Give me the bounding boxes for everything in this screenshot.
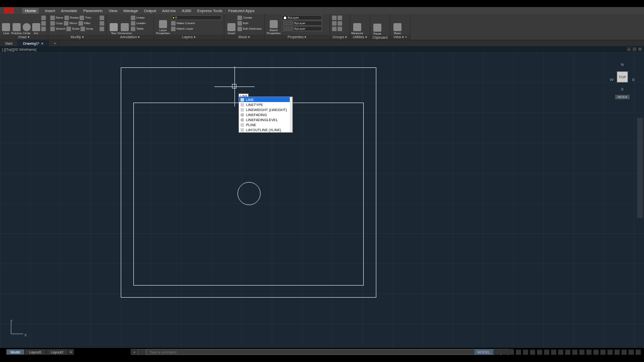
menu-tab-express[interactable]: Express Tools bbox=[197, 9, 222, 13]
panel-title-properties[interactable]: Properties ▾ bbox=[265, 35, 330, 40]
extra2-icon[interactable] bbox=[338, 16, 342, 20]
panel-title-draw[interactable]: Draw ▾ bbox=[0, 35, 48, 40]
status-grid-icon[interactable] bbox=[495, 349, 500, 355]
layer-selector[interactable]: ● 0 bbox=[171, 15, 221, 20]
scale-icon[interactable] bbox=[66, 27, 71, 31]
tool-measure[interactable]: Measure bbox=[352, 15, 362, 35]
status-transparency-icon[interactable] bbox=[551, 349, 556, 355]
menu-tab-parametric[interactable]: Parametric bbox=[83, 9, 103, 13]
status-osnap-icon[interactable] bbox=[523, 349, 528, 355]
viewport-min-icon[interactable]: – bbox=[627, 47, 631, 51]
fillet-icon[interactable] bbox=[78, 21, 83, 26]
erase-icon[interactable] bbox=[100, 16, 104, 20]
status-units-icon[interactable] bbox=[586, 349, 592, 355]
status-lwt-icon[interactable] bbox=[544, 349, 549, 355]
layout-tab-layout2[interactable]: Layout2 bbox=[46, 349, 68, 355]
extra1-icon[interactable] bbox=[332, 16, 337, 20]
extra4-icon[interactable] bbox=[338, 21, 342, 26]
menu-tab-insert[interactable]: Insert bbox=[45, 9, 55, 13]
create-icon[interactable] bbox=[237, 16, 242, 20]
autocomplete-item[interactable]: LINEFADINGLEVEL bbox=[239, 117, 292, 122]
status-customize-icon[interactable] bbox=[635, 349, 641, 355]
status-annomonitor-icon[interactable] bbox=[579, 349, 585, 355]
menu-tab-annotate[interactable]: Annotate bbox=[61, 9, 77, 13]
autocomplete-item[interactable]: LAYOUTLINE (XLINE) bbox=[239, 127, 292, 132]
autocomplete-item[interactable]: PLINE bbox=[239, 122, 292, 127]
panel-title-modify[interactable]: Modify ▾ bbox=[48, 35, 106, 40]
stretch-icon[interactable] bbox=[50, 27, 55, 31]
layout-tab-add[interactable]: + bbox=[68, 349, 74, 355]
file-tab-new[interactable]: + bbox=[49, 40, 59, 46]
tool-insert[interactable]: Insert bbox=[226, 15, 236, 35]
explode-icon[interactable] bbox=[100, 21, 104, 26]
leader-icon[interactable] bbox=[131, 21, 135, 26]
status-snap-icon[interactable] bbox=[502, 349, 507, 355]
autocomplete-scrollbar[interactable] bbox=[290, 97, 292, 132]
tool-line[interactable]: Line bbox=[2, 15, 11, 35]
viewport-restore-icon[interactable]: □ bbox=[632, 47, 636, 51]
cmdline-close-icon[interactable]: × bbox=[131, 349, 138, 355]
autocomplete-item[interactable]: LINETYPE bbox=[239, 102, 292, 107]
move-icon[interactable] bbox=[50, 16, 55, 20]
trim-icon[interactable] bbox=[79, 16, 84, 20]
status-ortho-icon[interactable] bbox=[509, 349, 514, 355]
tool-paste[interactable]: Paste bbox=[372, 15, 382, 35]
status-lock-icon[interactable] bbox=[600, 349, 606, 355]
tool-circle[interactable]: Circle bbox=[23, 15, 31, 35]
panel-title-layers[interactable]: Layers ▾ bbox=[154, 35, 224, 40]
viewport[interactable]: [-][Top][2D Wireframe] – □ × LINE LINETY… bbox=[0, 46, 644, 348]
rect-icon[interactable] bbox=[41, 16, 46, 20]
tool-layerprops[interactable]: Layer Properties bbox=[156, 15, 170, 35]
ellipse-icon[interactable] bbox=[41, 21, 46, 26]
status-isolate-icon[interactable] bbox=[621, 349, 627, 355]
extra3-icon[interactable] bbox=[332, 21, 337, 26]
view-cube[interactable]: N S E W TOP WCS ▾ bbox=[610, 62, 635, 98]
makecurrent-icon[interactable] bbox=[171, 21, 176, 26]
menu-tab-view[interactable]: View bbox=[109, 9, 117, 13]
file-tab-start[interactable]: Start bbox=[0, 40, 18, 46]
panel-title-annotation[interactable]: Annotation ▾ bbox=[107, 35, 153, 40]
panel-title-utilities[interactable]: Utilities ▾ bbox=[350, 35, 370, 40]
panel-title-groups[interactable]: Groups ▾ bbox=[330, 35, 350, 40]
status-polar-icon[interactable] bbox=[516, 349, 521, 355]
menu-tab-output[interactable]: Output bbox=[144, 9, 156, 13]
layout-tab-layout1[interactable]: Layout1 bbox=[25, 349, 46, 355]
menu-tab-a360[interactable]: A360 bbox=[182, 9, 191, 13]
view-cube-wcs[interactable]: WCS ▾ bbox=[615, 95, 630, 100]
status-cycling-icon[interactable] bbox=[558, 349, 564, 355]
autocomplete-item[interactable]: LINEWEIGHT (LWEIGHT) bbox=[239, 107, 292, 112]
panel-title-block[interactable]: Block ▾ bbox=[224, 35, 264, 40]
matchlayer-icon[interactable] bbox=[171, 27, 176, 31]
editblock-icon[interactable] bbox=[237, 21, 242, 26]
mirror-icon[interactable] bbox=[64, 21, 68, 26]
table-icon[interactable] bbox=[131, 27, 135, 31]
cmdline-prompt-icon[interactable] bbox=[138, 349, 146, 355]
linetype-selector[interactable]: ByLayer bbox=[282, 26, 322, 31]
status-otrack-icon[interactable] bbox=[537, 349, 542, 355]
status-3dosnap-icon[interactable] bbox=[530, 349, 535, 355]
editattr-icon[interactable] bbox=[237, 27, 242, 31]
tool-dimension[interactable]: Dimension bbox=[120, 15, 130, 35]
status-quickprops-icon[interactable] bbox=[593, 349, 599, 355]
status-cleanscreen-icon[interactable] bbox=[628, 349, 634, 355]
panel-title-view[interactable]: View ▾ » bbox=[390, 35, 410, 40]
layout-tab-model[interactable]: Model bbox=[6, 349, 25, 355]
view-cube-face[interactable]: TOP bbox=[617, 71, 628, 82]
tool-polyline[interactable]: Polyline bbox=[12, 15, 22, 35]
tool-base[interactable]: Base bbox=[392, 15, 403, 35]
navigation-bar[interactable] bbox=[637, 118, 643, 218]
menu-tab-home[interactable]: Home bbox=[22, 8, 39, 14]
menu-tab-addins[interactable]: Add-ins bbox=[162, 9, 176, 13]
file-tab-drawing1[interactable]: Drawing1* × bbox=[18, 40, 49, 46]
tool-arc[interactable]: Arc bbox=[32, 15, 40, 35]
lineweight-selector[interactable]: ByLayer bbox=[282, 21, 322, 26]
autocomplete-item[interactable]: LINE bbox=[239, 97, 292, 102]
status-model-button[interactable]: MODEL bbox=[474, 349, 493, 355]
offset-icon[interactable] bbox=[100, 27, 104, 31]
copy-icon[interactable] bbox=[50, 21, 55, 26]
status-workspace-icon[interactable] bbox=[572, 349, 578, 355]
array-icon[interactable] bbox=[80, 27, 85, 31]
viewport-close-icon[interactable]: × bbox=[638, 47, 642, 51]
viewport-label[interactable]: [-][Top][2D Wireframe] bbox=[2, 48, 36, 51]
panel-title-clipboard[interactable]: Clipboard bbox=[370, 35, 390, 40]
